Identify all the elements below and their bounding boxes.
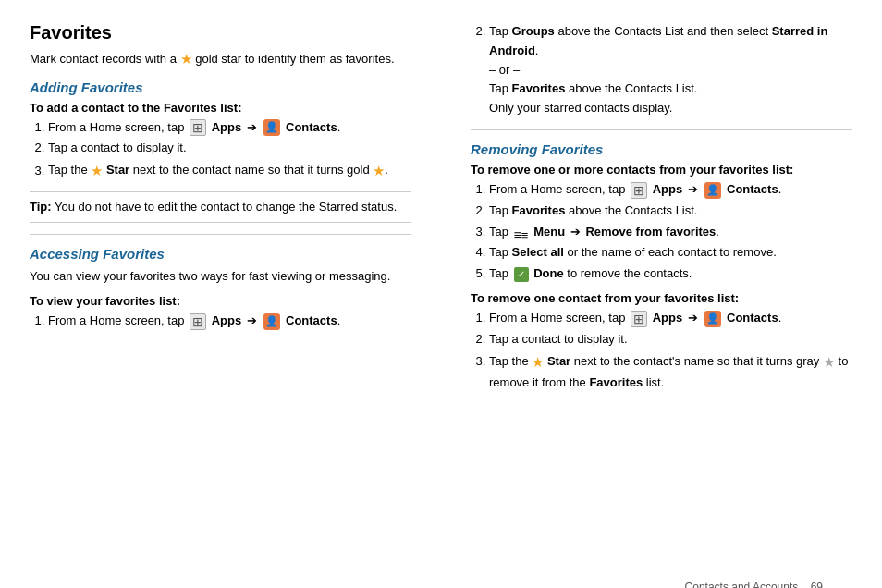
subsection-removing-1: To remove one or more contacts from your… — [471, 163, 852, 177]
left-column: Favorites Mark contact records with a ★ … — [30, 22, 426, 399]
removing-step-1-4: Tap Select all or the name of each conta… — [489, 243, 852, 263]
removing-step-1-2: Tap Favorites above the Contacts List. — [489, 202, 852, 221]
apps-grid-icon — [190, 119, 206, 136]
arrow-icon: ➔ — [247, 120, 257, 134]
contacts-label-2: Contacts — [286, 313, 337, 327]
star-icon-gold: ★ — [91, 163, 103, 178]
contacts-label-3: Contacts — [727, 182, 778, 196]
section-heading-adding: Adding Favorites — [30, 80, 411, 95]
star-label-2: Star — [547, 354, 570, 368]
arrow-icon-4: ➔ — [570, 225, 581, 239]
arrow-icon-5: ➔ — [688, 311, 698, 325]
removing-step-2-2: Tap a contact to display it. — [489, 330, 852, 349]
accessing-step-1: From a Home screen, tap Apps ➔ Contacts. — [48, 312, 411, 331]
tip-box: Tip: You do not have to edit the contact… — [30, 191, 411, 223]
groups-label: Groups — [512, 24, 555, 38]
done-icon — [514, 267, 529, 282]
divider — [30, 234, 411, 235]
star-icon-gray: ★ — [823, 354, 835, 370]
footer-text: Contacts and Accounts — [685, 581, 799, 588]
subsection-accessing-1: To view your favorites list: — [30, 294, 411, 308]
star-icon-gold3: ★ — [532, 354, 544, 370]
contacts-label: Contacts — [286, 120, 337, 134]
adding-step-3: Tap the ★ Star next to the contact name … — [48, 160, 411, 182]
done-label: Done — [533, 266, 564, 280]
page-intro: Mark contact records with a ★ gold star … — [30, 49, 411, 70]
contacts-icon-3 — [704, 182, 721, 199]
apps-label-2: Apps — [212, 313, 242, 327]
only-starred-note: Only your starred contacts display. — [489, 101, 672, 115]
favorites-label-2: Favorites — [512, 203, 566, 217]
favorites-label: Favorites — [512, 81, 566, 95]
select-all-label: Select all — [512, 245, 564, 259]
removing-step-1-3: Tap ≡ Menu ➔ Remove from favorites. — [489, 223, 852, 242]
menu-label: Menu — [533, 225, 565, 239]
contacts-icon-2 — [263, 313, 280, 330]
divider-2 — [471, 129, 852, 130]
page-footer: Contacts and Accounts 69 — [685, 581, 823, 588]
contacts-icon — [263, 119, 280, 136]
or-text: – or – — [489, 63, 520, 77]
page-title: Favorites — [30, 22, 411, 43]
apps-grid-icon-3 — [631, 182, 647, 199]
apps-label-3: Apps — [653, 182, 683, 196]
adding-step-1: From a Home screen, tap Apps ➔ Contacts. — [48, 118, 411, 138]
removing-step-1-1: From a Home screen, tap Apps ➔ Contacts. — [489, 180, 852, 200]
apps-label: Apps — [212, 120, 242, 134]
section-heading-removing: Removing Favorites — [471, 141, 852, 157]
arrow-icon-2: ➔ — [247, 313, 257, 327]
accessing-intro: You can view your favorites two ways for… — [30, 267, 411, 286]
right-column: Tap Groups above the Contacts List and t… — [456, 22, 852, 399]
adding-steps-list: From a Home screen, tap Apps ➔ Contacts.… — [48, 118, 411, 183]
apps-label-4: Apps — [653, 311, 683, 325]
accessing-steps-list-continued: Tap Groups above the Contacts List and t… — [489, 22, 852, 118]
tip-label: Tip: — [30, 200, 52, 214]
menu-icon: ≡ — [514, 225, 529, 239]
remove-from-favorites-label: Remove from favorites — [585, 225, 716, 239]
favorites-label-3: Favorites — [589, 375, 643, 389]
section-heading-accessing: Accessing Favorites — [30, 246, 411, 262]
tip-text: You do not have to edit the contact to c… — [55, 200, 397, 214]
removing-steps-list-1: From a Home screen, tap Apps ➔ Contacts.… — [489, 180, 852, 284]
apps-grid-icon-4 — [631, 311, 647, 327]
arrow-icon-3: ➔ — [688, 182, 698, 196]
accessing-steps-list: From a Home screen, tap Apps ➔ Contacts. — [48, 312, 411, 331]
contacts-label-4: Contacts — [727, 311, 778, 325]
star-icon-gold2: ★ — [373, 163, 385, 178]
star-gold-icon: ★ — [180, 51, 192, 67]
contacts-icon-4 — [704, 311, 721, 327]
removing-step-2-3: Tap the ★ Star next to the contact's nam… — [489, 351, 852, 393]
removing-steps-list-2: From a Home screen, tap Apps ➔ Contacts.… — [489, 309, 852, 392]
removing-step-2-1: From a Home screen, tap Apps ➔ Contacts. — [489, 309, 852, 328]
accessing-step-2: Tap Groups above the Contacts List and t… — [489, 22, 852, 118]
star-label: Star — [106, 164, 129, 178]
adding-step-2: Tap a contact to display it. — [48, 139, 411, 158]
subsection-adding-1: To add a contact to the Favorites list: — [30, 101, 411, 115]
subsection-removing-2: To remove one contact from your favorite… — [471, 291, 852, 305]
apps-grid-icon-2 — [190, 313, 206, 330]
footer-page: 69 — [811, 581, 823, 588]
removing-step-1-5: Tap Done to remove the contacts. — [489, 264, 852, 284]
